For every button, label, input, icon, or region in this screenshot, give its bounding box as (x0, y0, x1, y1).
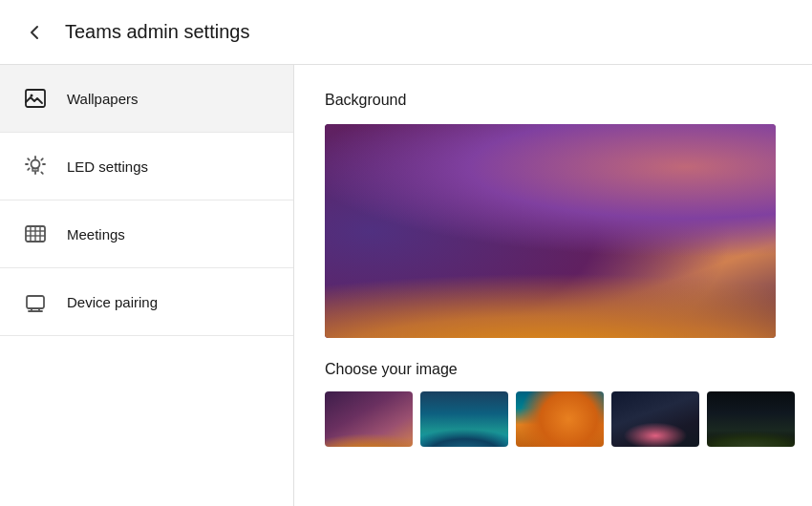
content-area: Background Choose your image (294, 65, 812, 506)
main-layout: Wallpapers LED settings (0, 65, 812, 506)
thumbnail-gallery (325, 391, 781, 447)
sidebar-item-meetings-label: Meetings (67, 226, 125, 242)
sidebar: Wallpapers LED settings (0, 65, 294, 506)
sidebar-item-led-settings[interactable]: LED settings (0, 133, 293, 200)
led-icon (23, 154, 48, 179)
header: Teams admin settings (0, 0, 812, 65)
sidebar-item-led-label: LED settings (67, 158, 148, 175)
background-wave-graphic (325, 124, 776, 338)
device-pairing-icon (23, 289, 48, 314)
wallpaper-icon (23, 86, 48, 111)
sidebar-item-wallpapers-label: Wallpapers (67, 91, 138, 107)
svg-point-1 (31, 95, 33, 97)
background-section-title: Background (325, 92, 781, 109)
sidebar-item-device-pairing-label: Device pairing (67, 294, 158, 310)
svg-point-2 (32, 160, 40, 169)
page-title: Teams admin settings (65, 21, 249, 43)
sidebar-item-wallpapers[interactable]: Wallpapers (0, 65, 293, 133)
choose-image-title: Choose your image (325, 361, 781, 378)
thumbnail-2[interactable] (420, 391, 508, 447)
sidebar-item-meetings[interactable]: Meetings (0, 200, 293, 268)
thumbnail-1[interactable] (325, 391, 413, 447)
svg-rect-9 (27, 296, 44, 308)
thumbnail-4[interactable] (611, 391, 699, 447)
sidebar-item-device-pairing[interactable]: Device pairing (0, 268, 293, 336)
thumbnail-3[interactable] (516, 391, 604, 447)
meetings-icon (23, 221, 48, 246)
background-preview (325, 124, 776, 338)
thumbnail-5[interactable] (707, 391, 795, 447)
back-button[interactable] (19, 17, 50, 48)
